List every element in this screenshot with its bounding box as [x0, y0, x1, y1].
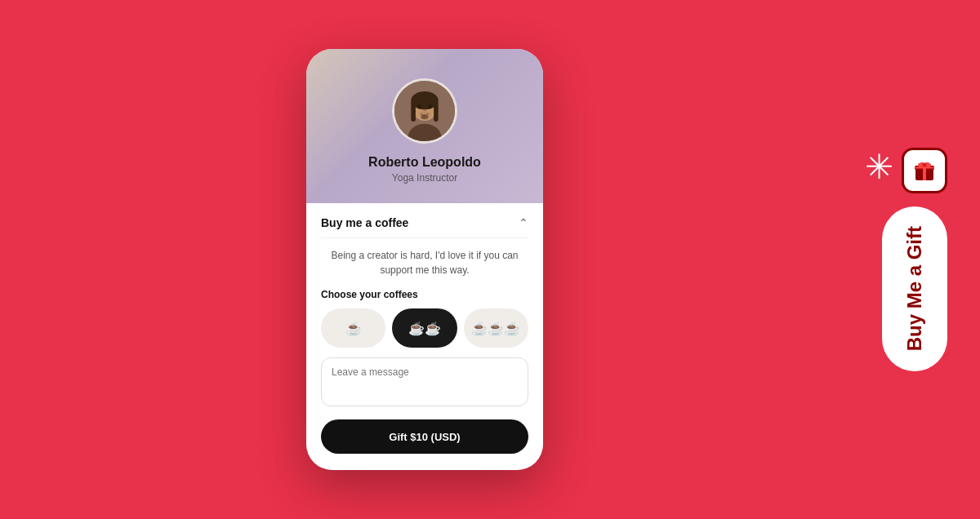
phone-card: Roberto Leopoldo Yoga Instructor Buy me … — [306, 49, 543, 470]
choose-label: Choose your coffees — [321, 289, 528, 300]
panel: Buy me a coffee ⌃ Being a creator is har… — [306, 203, 543, 470]
user-name: Roberto Leopoldo — [368, 155, 481, 170]
svg-point-6 — [417, 104, 421, 109]
coffee-option-three[interactable]: ☕☕☕ — [464, 308, 528, 348]
coffee-option-one[interactable]: ☕ — [321, 308, 385, 348]
coffee-options: ☕ ☕☕ ☕☕☕ — [321, 308, 528, 348]
asterisk-icon: ✳ — [865, 150, 893, 184]
svg-point-9 — [421, 115, 428, 120]
phone-header: Roberto Leopoldo Yoga Instructor — [306, 49, 543, 203]
coffee-option-two[interactable]: ☕☕ — [392, 308, 457, 348]
gift-icon-button[interactable] — [902, 148, 947, 193]
buy-gift-pill[interactable]: Buy Me a Gift — [882, 206, 947, 370]
panel-description: Being a creator is hard, I'd love it if … — [321, 248, 528, 277]
svg-rect-4 — [411, 100, 416, 122]
svg-rect-13 — [915, 167, 934, 169]
svg-point-7 — [428, 104, 432, 109]
chevron-up-icon: ⌃ — [519, 216, 528, 229]
avatar — [392, 78, 457, 144]
panel-title: Buy me a coffee — [321, 216, 408, 229]
user-title: Yoga Instructor — [392, 172, 457, 184]
buy-gift-text: Buy Me a Gift — [904, 226, 925, 351]
main-content: Roberto Leopoldo Yoga Instructor Buy me … — [26, 49, 823, 470]
panel-header: Buy me a coffee ⌃ — [321, 216, 528, 238]
svg-point-16 — [923, 163, 927, 167]
gift-button[interactable]: Gift $10 (USD) — [321, 419, 528, 454]
svg-rect-5 — [434, 100, 439, 122]
top-icons: ✳ — [865, 148, 947, 193]
gift-svg — [912, 158, 937, 183]
sidebar: ✳ Buy Me a Gift — [823, 148, 954, 370]
message-input[interactable] — [321, 357, 528, 406]
